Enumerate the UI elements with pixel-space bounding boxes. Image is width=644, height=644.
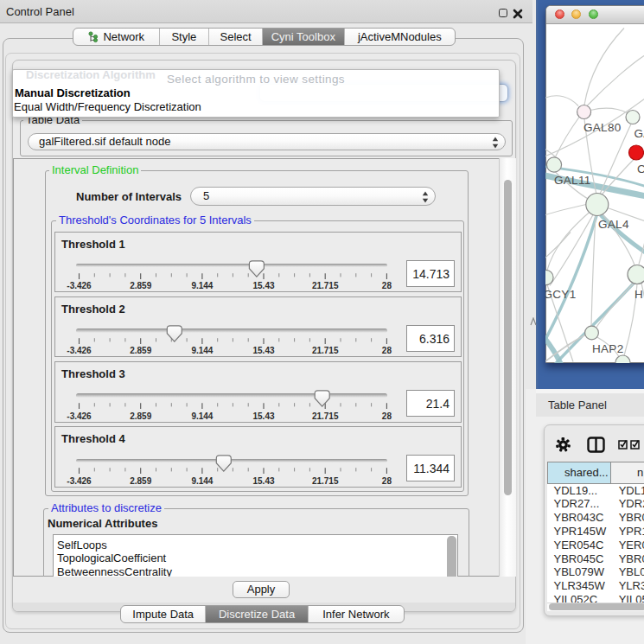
svg-text:C: C	[637, 162, 644, 175]
svg-text:H: H	[634, 287, 643, 300]
svg-text:GCY1: GCY1	[545, 287, 576, 300]
svg-text:GAL80: GAL80	[583, 120, 622, 133]
svg-text:GA: GA	[634, 126, 644, 139]
svg-text:GAL11: GAL11	[554, 173, 591, 186]
svg-text:GAL4: GAL4	[598, 217, 629, 230]
svg-text:HAP2: HAP2	[592, 341, 623, 354]
